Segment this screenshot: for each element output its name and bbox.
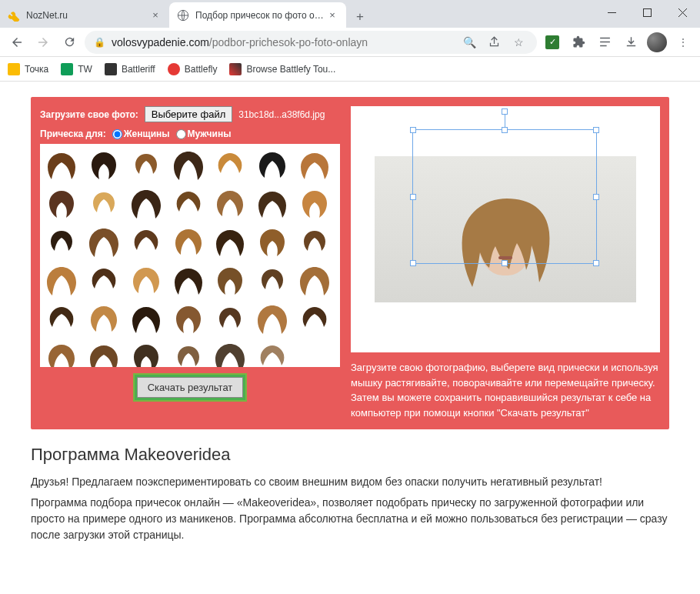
upload-label: Загрузите свое фото: bbox=[40, 109, 138, 120]
resize-handle[interactable] bbox=[410, 127, 416, 133]
hairstyle-thumbnail[interactable] bbox=[254, 262, 291, 299]
globe-icon bbox=[177, 9, 189, 22]
hairstyle-thumbnail[interactable] bbox=[85, 339, 122, 367]
hairstyle-thumbnail[interactable] bbox=[128, 147, 165, 184]
hairstyle-thumbnail[interactable] bbox=[170, 185, 207, 222]
close-icon[interactable]: × bbox=[149, 9, 162, 22]
hairstyle-thumbnail[interactable] bbox=[128, 185, 165, 222]
hairstyle-thumbnail[interactable] bbox=[254, 224, 291, 261]
bookmark-item[interactable]: Точка bbox=[8, 63, 48, 75]
download-result-button[interactable]: Скачать результат bbox=[135, 375, 246, 400]
share-icon[interactable] bbox=[485, 33, 503, 52]
resize-handle[interactable] bbox=[593, 260, 599, 266]
rotate-handle[interactable] bbox=[502, 108, 508, 115]
hairstyle-thumbnail[interactable] bbox=[170, 147, 207, 184]
maximize-button[interactable] bbox=[629, 0, 665, 25]
hairstyle-thumbnail[interactable] bbox=[43, 185, 80, 222]
minimize-button[interactable] bbox=[594, 0, 629, 25]
hair-icon bbox=[298, 226, 331, 259]
forward-button bbox=[32, 32, 54, 53]
reading-list-icon[interactable] bbox=[594, 32, 615, 53]
hairstyle-thumbnail[interactable] bbox=[85, 147, 122, 184]
close-window-button[interactable] bbox=[665, 0, 700, 25]
reload-button[interactable] bbox=[58, 32, 80, 53]
hair-icon bbox=[256, 303, 288, 335]
resize-handle[interactable] bbox=[593, 194, 599, 200]
bookmark-item[interactable]: TW bbox=[61, 63, 92, 75]
hairstyle-thumbnail[interactable] bbox=[128, 262, 165, 299]
hairstyle-thumbnail[interactable] bbox=[128, 301, 165, 338]
hairstyle-thumbnail[interactable] bbox=[254, 339, 291, 367]
hairstyle-thumbnail[interactable] bbox=[85, 301, 122, 338]
hairstyle-thumbnail[interactable] bbox=[85, 185, 122, 222]
hairstyle-grid[interactable] bbox=[40, 144, 340, 367]
hairstyle-thumbnail[interactable] bbox=[170, 301, 207, 338]
bookmark-star-icon[interactable]: ☆ bbox=[509, 33, 528, 52]
hairstyle-thumbnail[interactable] bbox=[212, 224, 248, 261]
hairstyle-thumbnail[interactable] bbox=[254, 147, 291, 184]
hairstyle-thumbnail[interactable] bbox=[43, 147, 80, 184]
menu-icon[interactable]: ⋮ bbox=[672, 32, 694, 53]
hairstyle-thumbnail[interactable] bbox=[170, 224, 207, 261]
hair-icon bbox=[214, 342, 246, 367]
hairstyle-thumbnail[interactable] bbox=[128, 224, 165, 261]
search-icon[interactable]: 🔍 bbox=[460, 33, 478, 52]
hairstyle-thumbnail[interactable] bbox=[296, 147, 333, 184]
hairstyle-thumbnail[interactable] bbox=[254, 301, 291, 338]
hairstyle-thumbnail[interactable] bbox=[128, 339, 165, 367]
hair-icon bbox=[130, 188, 162, 220]
resize-handle[interactable] bbox=[502, 127, 508, 133]
hairstyle-thumbnail[interactable] bbox=[296, 185, 333, 222]
resize-handle[interactable] bbox=[593, 127, 599, 133]
hairstyle-thumbnail[interactable] bbox=[296, 301, 333, 338]
bookmark-item[interactable]: Browse Battlefy Tou... bbox=[229, 63, 335, 75]
hairstyle-thumbnail[interactable] bbox=[212, 339, 248, 367]
hairstyle-thumbnail[interactable] bbox=[170, 339, 207, 367]
resize-handle[interactable] bbox=[502, 260, 508, 266]
gender-male-option[interactable]: Мужчины bbox=[176, 128, 232, 139]
bookmark-item[interactable]: Battlefly bbox=[168, 63, 218, 75]
radio-male[interactable] bbox=[176, 129, 186, 139]
hairstyle-thumbnail[interactable] bbox=[85, 224, 122, 261]
browser-tab-inactive[interactable]: NozNet.ru × bbox=[0, 2, 169, 28]
article-heading: Программа Makeoveridea bbox=[31, 445, 669, 465]
address-bar[interactable]: 🔒 volosvypadenie.com/podbor-prichesok-po… bbox=[85, 31, 537, 54]
hairstyle-thumbnail[interactable] bbox=[212, 185, 248, 222]
extensions-icon[interactable] bbox=[568, 32, 589, 53]
wrench-icon bbox=[8, 9, 20, 22]
resize-handle[interactable] bbox=[410, 194, 416, 200]
bookmark-item[interactable]: Battleriff bbox=[105, 63, 155, 75]
hairstyle-thumbnail[interactable] bbox=[212, 262, 248, 299]
profile-avatar[interactable] bbox=[646, 32, 668, 53]
page-content[interactable]: Загрузите свое фото: Выберите файл 31bc1… bbox=[0, 82, 700, 594]
hair-icon bbox=[130, 149, 162, 182]
hairstyle-thumbnail[interactable] bbox=[254, 185, 291, 222]
tab-title: Подбор причесок по фото онла bbox=[195, 10, 326, 21]
window-titlebar: NozNet.ru × Подбор причесок по фото онла… bbox=[0, 0, 700, 28]
selection-box[interactable] bbox=[412, 129, 597, 264]
hair-icon bbox=[214, 303, 246, 335]
hair-icon bbox=[88, 188, 120, 220]
browser-tab-active[interactable]: Подбор причесок по фото онла × bbox=[169, 2, 346, 28]
hairstyle-thumbnail[interactable] bbox=[43, 262, 80, 299]
hairstyle-thumbnail[interactable] bbox=[296, 262, 333, 299]
close-icon[interactable]: × bbox=[326, 9, 338, 22]
download-icon[interactable] bbox=[620, 32, 642, 53]
preview-panel[interactable] bbox=[351, 106, 660, 352]
hairstyle-thumbnail[interactable] bbox=[212, 147, 248, 184]
hairstyle-thumbnail[interactable] bbox=[85, 262, 122, 299]
resize-handle[interactable] bbox=[410, 260, 416, 266]
hairstyle-thumbnail[interactable] bbox=[170, 262, 207, 299]
back-button[interactable] bbox=[6, 32, 28, 53]
hairstyle-thumbnail[interactable] bbox=[43, 339, 80, 367]
hairstyle-thumbnail[interactable] bbox=[296, 224, 333, 261]
hairstyle-thumbnail[interactable] bbox=[212, 301, 248, 338]
radio-female[interactable] bbox=[112, 129, 122, 139]
new-tab-button[interactable]: + bbox=[349, 6, 371, 28]
hairstyle-thumbnail[interactable] bbox=[43, 224, 80, 261]
article-section: Программа Makeoveridea Друзья! Предлагае… bbox=[31, 445, 669, 543]
gender-female-option[interactable]: Женщины bbox=[112, 128, 170, 139]
hairstyle-thumbnail[interactable] bbox=[43, 301, 80, 338]
choose-file-button[interactable]: Выберите файл bbox=[145, 106, 232, 122]
extension-check-icon[interactable]: ✓ bbox=[542, 32, 563, 53]
